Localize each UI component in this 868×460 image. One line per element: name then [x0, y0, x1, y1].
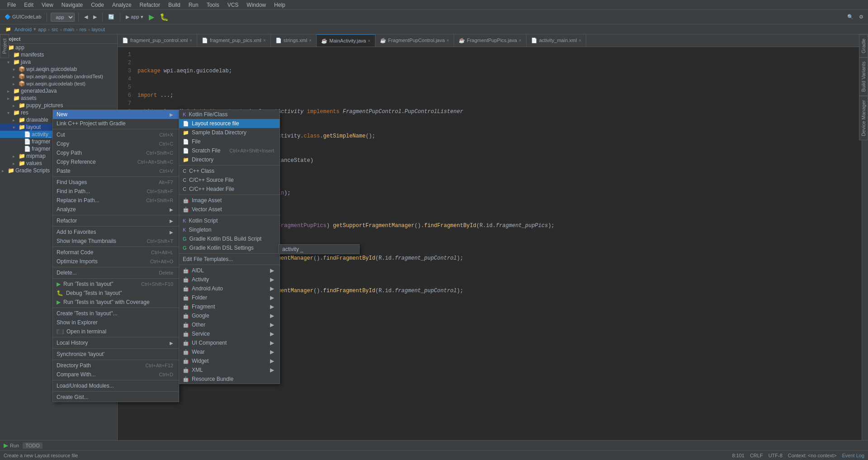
tree-manifests[interactable]: ▸ 📁 manifests — [0, 51, 117, 58]
ctx-paste[interactable]: Paste Ctrl+V — [53, 166, 179, 175]
sub-activity-item[interactable]: activity _ — [279, 245, 359, 254]
ctx-run-tests[interactable]: ▶ Run 'Tests in 'layout'' Ctrl+Shift+F10 — [53, 280, 179, 289]
sub-folder[interactable]: 🤖 Folder ▶ — [179, 293, 280, 302]
breadcrumb-android[interactable]: Android — [14, 27, 32, 32]
menu-vcs[interactable]: VCS — [224, 1, 242, 9]
tree-assets[interactable]: ▸ 📁 assets — [0, 95, 117, 102]
sub-vector-asset[interactable]: 🤖 Vector Asset — [179, 205, 280, 214]
ctx-reformat[interactable]: Reformat Code Ctrl+Alt+L — [53, 248, 179, 257]
sync-btn[interactable]: 🔄 — [106, 13, 116, 21]
ctx-load-modules[interactable]: Load/Unload Modules... — [53, 381, 179, 390]
tab-activity-main-xml[interactable]: 📄 activity_main.xml × — [526, 34, 587, 47]
sub-resource-bundle[interactable]: 🤖 Resource Bundle — [179, 375, 280, 384]
breadcrumb-layout[interactable]: layout — [92, 27, 105, 32]
side-tab-build[interactable]: Build Variants — [859, 57, 868, 96]
menu-run[interactable]: Run — [185, 1, 202, 9]
ctx-refactor[interactable]: Refactor ▶ — [53, 216, 179, 225]
search-btn[interactable]: 🔍 — [845, 13, 855, 21]
ctx-analyze[interactable]: Analyze ▶ — [53, 205, 179, 214]
ctx-synchronize[interactable]: Synchronize 'layout' — [53, 350, 179, 359]
ctx-show-in-explorer[interactable]: Show in Explorer — [53, 318, 179, 327]
toolbar-guicodelab[interactable]: 🔷 GUICodeLab — [3, 13, 43, 21]
breadcrumb-main[interactable]: main — [63, 27, 74, 32]
ctx-link-cpp[interactable]: Link C++ Project with Gradle — [53, 119, 179, 128]
sub-fragment[interactable]: 🤖 Fragment ▶ — [179, 302, 280, 311]
tree-pkg2[interactable]: ▸ 📦 wpi.aeqin.guicodelab (androidTest) — [0, 73, 117, 80]
sub-file[interactable]: 📄 File — [179, 137, 280, 146]
ctx-open-terminal[interactable]: ⬛ Open in terminal — [53, 327, 179, 336]
breadcrumb-app[interactable]: app — [38, 27, 46, 32]
menu-help[interactable]: Help — [270, 1, 289, 9]
menu-view[interactable]: View — [38, 1, 57, 9]
ctx-replace-in-path[interactable]: Replace in Path... Ctrl+Shift+R — [53, 196, 179, 205]
ctx-find-in-path[interactable]: Find in Path... Ctrl+Shift+F — [53, 187, 179, 196]
sub-cpp-class[interactable]: C C++ Class — [179, 166, 280, 175]
tab-frag-pics-xml[interactable]: 📄 fragment_pup_pics.xml × — [197, 34, 271, 47]
sub-kotlin-script[interactable]: K Kotlin Script — [179, 216, 280, 225]
menu-tools[interactable]: Tools — [203, 1, 223, 9]
menu-edit[interactable]: Edit — [20, 1, 37, 9]
ctx-create-gist[interactable]: Create Gist... — [53, 393, 179, 402]
run-controls[interactable]: ▶ Run — [4, 442, 19, 449]
ctx-copy-path[interactable]: Copy Path Ctrl+Shift+C — [53, 148, 179, 157]
side-tab-gradle[interactable]: Gradle — [859, 34, 868, 57]
ctx-find-usages[interactable]: Find Usages Alt+F7 — [53, 178, 179, 187]
ctx-add-favorites[interactable]: Add to Favorites ▶ — [53, 228, 179, 237]
tab-frag-pics-java[interactable]: ☕ FragmentPupPics.java × — [454, 34, 526, 47]
todo-badge[interactable]: TODO — [23, 442, 43, 449]
project-view-icon[interactable]: 📁 — [4, 26, 13, 33]
side-tab-device-manager[interactable]: Device Manager — [859, 96, 868, 140]
tab-strings-xml[interactable]: 📄 strings.xml × — [271, 34, 317, 47]
module-dropdown[interactable]: app — [51, 13, 75, 22]
sub-wear[interactable]: 🤖 Wear ▶ — [179, 347, 280, 356]
ctx-optimize-imports[interactable]: Optimize Imports Ctrl+Alt+O — [53, 257, 179, 266]
ctx-directory-path[interactable]: Directory Path Ctrl+Alt+F12 — [53, 361, 179, 370]
ctx-show-thumbnails[interactable]: Show Image Thumbnails Ctrl+Shift+T — [53, 237, 179, 246]
sub-activity[interactable]: 🤖 Activity ▶ — [179, 275, 280, 284]
run-label[interactable]: Run — [10, 443, 19, 448]
run-btn[interactable]: ▶ — [147, 12, 156, 22]
tab-frag-control-xml[interactable]: 📄 fragment_pup_control.xml × — [118, 34, 197, 47]
menu-code[interactable]: Code — [87, 1, 108, 9]
ctx-debug-tests[interactable]: 🐛 Debug 'Tests in 'layout'' — [53, 289, 179, 298]
menu-refactor[interactable]: Refactor — [136, 1, 164, 9]
sub-other[interactable]: 🤖 Other ▶ — [179, 320, 280, 329]
menu-file[interactable]: File — [4, 1, 19, 9]
side-tab-project[interactable]: Project — [0, 34, 9, 58]
ctx-create-tests[interactable]: Create 'Tests in 'layout''... — [53, 309, 179, 318]
nav-forward[interactable]: ▶ — [91, 13, 99, 21]
sub-sample-data[interactable]: 📁 Sample Data Directory — [179, 128, 280, 137]
debug-btn[interactable]: 🐛 — [158, 12, 171, 22]
sub-scratch[interactable]: 📄 Scratch File Ctrl+Alt+Shift+Insert — [179, 146, 280, 155]
sub-singleton[interactable]: K Singleton — [179, 225, 280, 234]
breadcrumb-src[interactable]: src — [52, 27, 58, 32]
tree-pkg3[interactable]: ▸ 📦 wpi.aeqin.guicodelab (test) — [0, 80, 117, 87]
tab-frag-control-java[interactable]: ☕ FragmentPupControl.java × — [375, 34, 454, 47]
breadcrumb-res[interactable]: res — [80, 27, 86, 32]
sub-kotlin-class[interactable]: K Kotlin File/Class — [179, 110, 280, 119]
sub-aidl[interactable]: 🤖 AIDL ▶ — [179, 266, 280, 275]
sub-image-asset[interactable]: 🤖 Image Asset — [179, 196, 280, 205]
ctx-cut[interactable]: Cut Ctrl+X — [53, 130, 179, 139]
sub-service[interactable]: 🤖 Service ▶ — [179, 329, 280, 338]
sub-android-auto[interactable]: 🤖 Android Auto ▶ — [179, 284, 280, 293]
ctx-new[interactable]: New ▶ — [53, 110, 179, 119]
tree-puppy[interactable]: ▸ 📁 puppy_pictures — [0, 102, 117, 109]
sub-layout-resource[interactable]: 📄 Layout resource file — [179, 119, 280, 128]
sub-xml[interactable]: 🤖 XML ▶ — [179, 365, 280, 375]
sub-cpp-header[interactable]: C C/C++ Header File — [179, 185, 280, 194]
sub-cpp-source[interactable]: C C/C++ Source File — [179, 175, 280, 185]
tree-genJava[interactable]: ▸ 📁 generatedJava — [0, 87, 117, 95]
nav-back[interactable]: ◀ — [82, 13, 90, 21]
ctx-copy[interactable]: Copy Ctrl+C — [53, 139, 179, 148]
sub-widget[interactable]: 🤖 Widget ▶ — [179, 356, 280, 365]
settings-btn[interactable]: ⚙ — [857, 13, 865, 21]
ctx-compare-with[interactable]: Compare With... Ctrl+D — [53, 370, 179, 379]
sub-gradle-build[interactable]: G Gradle Kotlin DSL Build Script — [179, 234, 280, 243]
tree-java[interactable]: ▾ 📁 java — [0, 58, 117, 66]
sub-ui-component[interactable]: 🤖 UI Component ▶ — [179, 338, 280, 347]
sub-directory[interactable]: 📁 Directory — [179, 155, 280, 164]
menu-navigate[interactable]: Navigate — [58, 1, 86, 9]
event-log-link[interactable]: Event Log — [842, 453, 864, 458]
ctx-local-history[interactable]: Local History ▶ — [53, 338, 179, 347]
